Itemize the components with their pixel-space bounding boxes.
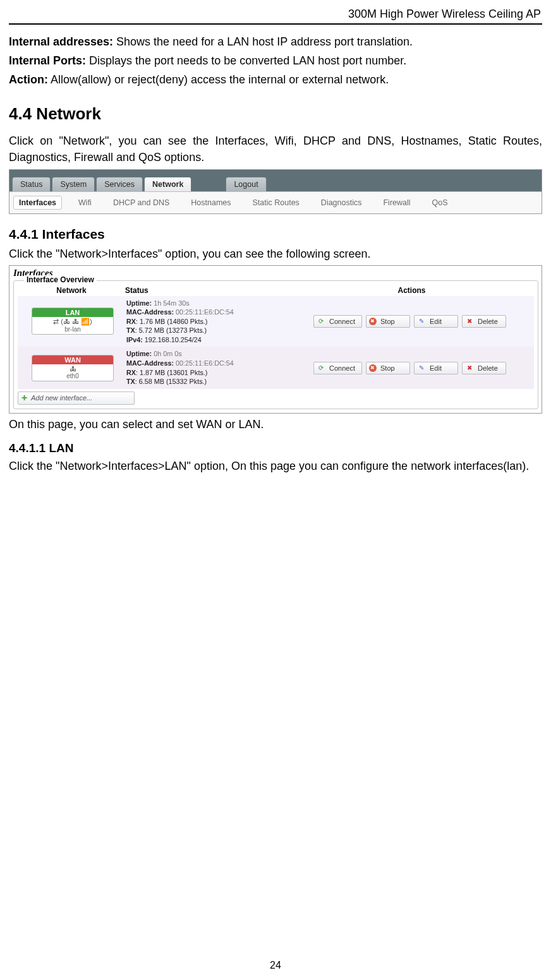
stop-icon: ✖ <box>369 364 377 372</box>
netbox-label: WAN <box>32 356 113 364</box>
def-internal-addresses: Internal addresses: Shows the need for a… <box>9 33 542 50</box>
subtab-interfaces[interactable]: Interfaces <box>13 196 62 210</box>
btn-label: Connect <box>329 318 355 325</box>
col-network: Network <box>18 286 125 295</box>
mac-label: MAC-Address: <box>126 308 174 316</box>
def-internal-ports: Internal Ports: Displays the port needs … <box>9 52 542 69</box>
fieldset-legend: Interface Overview <box>24 275 97 284</box>
netbox-lan: LAN ⇄ (🖧 🖧 📶) br-lan <box>32 308 114 335</box>
iface-net-cell: WAN 🖧 eth0 <box>19 355 126 381</box>
rx-label: RX <box>126 369 136 376</box>
delete-button[interactable]: ✖Delete <box>462 315 506 328</box>
tab-logout[interactable]: Logout <box>226 177 266 192</box>
rx-value: : 1.76 MB (14860 Pkts.) <box>136 318 207 325</box>
interfaces-screenshot: Interfaces Interface Overview Network St… <box>9 265 542 414</box>
subtab-hostnames[interactable]: Hostnames <box>186 196 236 209</box>
def-label: Action: <box>9 73 48 86</box>
sub-nav: Interfaces Wifi DHCP and DNS Hostnames S… <box>9 191 542 213</box>
after-interfaces-text: On this page, you can select and set WAN… <box>9 416 542 433</box>
delete-icon: ✖ <box>465 317 474 326</box>
page-number: 24 <box>0 960 551 971</box>
subtab-wifi[interactable]: Wifi <box>73 196 97 209</box>
btn-label: Stop <box>380 364 395 372</box>
tx-label: TX <box>126 378 135 385</box>
def-action: Action: Allow(allow) or reject(deny) acc… <box>9 71 542 88</box>
add-interface-button[interactable]: ✚ Add new interface... <box>18 391 135 405</box>
btn-label: Stop <box>380 318 395 325</box>
def-label: Internal Ports: <box>9 54 86 67</box>
connect-icon: ⟳ <box>317 364 325 373</box>
netbox-icons: 🖧 <box>32 364 113 373</box>
nav-screenshot: Status System Services Network Logout In… <box>9 169 542 214</box>
delete-button[interactable]: ✖Delete <box>462 362 506 374</box>
tab-services[interactable]: Services <box>96 177 143 192</box>
iface-actions: ⟳Connect ✖Stop ✎Edit ✖Delete <box>291 362 533 374</box>
btn-label: Edit <box>430 364 442 372</box>
subtab-dhcp[interactable]: DHCP and DNS <box>108 196 174 209</box>
tx-value: : 6.58 MB (15332 Pkts.) <box>135 378 207 385</box>
tab-system[interactable]: System <box>52 177 95 192</box>
uptime-label: Uptime: <box>126 350 152 357</box>
subtab-qos[interactable]: QoS <box>427 196 453 209</box>
edit-icon: ✎ <box>417 364 426 373</box>
stop-button[interactable]: ✖Stop <box>366 315 410 328</box>
connect-button[interactable]: ⟳Connect <box>313 362 362 374</box>
mac-label: MAC-Address: <box>126 359 174 367</box>
netbox-ifname: eth0 <box>32 373 113 379</box>
connect-icon: ⟳ <box>317 317 325 326</box>
delete-icon: ✖ <box>465 364 474 373</box>
def-text: Displays the port needs to be converted … <box>86 54 406 67</box>
iface-status-cell: Uptime: 0h 0m 0s MAC-Address: 00:25:11:E… <box>126 349 291 386</box>
interface-overview-fieldset: Interface Overview Network Status Action… <box>13 280 538 409</box>
add-interface-row: ✚ Add new interface... <box>18 391 534 405</box>
ipv4-label: IPv4: <box>126 336 143 344</box>
tx-label: TX <box>126 326 135 334</box>
tab-network[interactable]: Network <box>144 177 191 192</box>
ipv4-value: 192.168.10.254/24 <box>145 336 202 344</box>
netbox-wan: WAN 🖧 eth0 <box>32 355 114 381</box>
netbox-ifname: br-lan <box>32 326 113 333</box>
stop-button[interactable]: ✖Stop <box>366 362 410 374</box>
iface-header-row: Network Status Actions <box>18 284 534 296</box>
col-actions: Actions <box>289 286 534 295</box>
subtab-diagnostics[interactable]: Diagnostics <box>316 196 367 209</box>
edit-button[interactable]: ✎Edit <box>414 362 458 374</box>
add-label: Add new interface... <box>31 394 92 402</box>
top-nav: Status System Services Network Logout <box>9 170 542 191</box>
add-icon: ✚ <box>21 394 27 402</box>
mac-value: 00:25:11:E6:DC:54 <box>176 308 234 316</box>
section-heading: 4.4 Network <box>9 104 542 124</box>
def-label: Internal addresses: <box>9 35 113 48</box>
col-status: Status <box>125 286 289 295</box>
rx-value: : 1.87 MB (13601 Pkts.) <box>136 369 207 376</box>
netbox-label: LAN <box>32 308 113 317</box>
btn-label: Edit <box>430 318 442 325</box>
tx-value: : 5.72 MB (13273 Pkts.) <box>135 326 207 334</box>
tab-status[interactable]: Status <box>12 177 51 192</box>
rx-label: RX <box>126 318 136 325</box>
uptime-value: 1h 54m 30s <box>154 299 189 307</box>
stop-icon: ✖ <box>369 318 377 325</box>
subsubsection-heading: 4.4.1.1 LAN <box>9 441 542 455</box>
connect-button[interactable]: ⟳Connect <box>313 315 362 328</box>
iface-row-lan: LAN ⇄ (🖧 🖧 📶) br-lan Uptime: 1h 54m 30s … <box>18 296 534 347</box>
iface-row-wan: WAN 🖧 eth0 Uptime: 0h 0m 0s MAC-Address:… <box>18 347 534 388</box>
subtab-static-routes[interactable]: Static Routes <box>248 196 305 209</box>
section-intro: Click on "Network", you can see the Inte… <box>9 133 542 165</box>
header-rule <box>9 23 542 25</box>
btn-label: Connect <box>329 364 355 372</box>
iface-status-cell: Uptime: 1h 54m 30s MAC-Address: 00:25:11… <box>126 299 291 345</box>
def-text: Shows the need for a LAN host IP address… <box>113 35 413 48</box>
uptime-value: 0h 0m 0s <box>154 350 181 357</box>
doc-header-product: 300M High Power Wireless Ceiling AP <box>9 6 542 23</box>
btn-label: Delete <box>478 318 498 325</box>
mac-value: 00:25:11:E6:DC:54 <box>176 359 234 367</box>
edit-icon: ✎ <box>417 317 426 326</box>
iface-actions: ⟳Connect ✖Stop ✎Edit ✖Delete <box>291 315 533 328</box>
uptime-label: Uptime: <box>126 299 152 307</box>
iface-net-cell: LAN ⇄ (🖧 🖧 📶) br-lan <box>19 308 126 335</box>
subsection-heading: 4.4.1 Interfaces <box>9 227 542 242</box>
subtab-firewall[interactable]: Firewall <box>378 196 415 209</box>
def-text: Allow(allow) or reject(deny) access the … <box>48 73 389 86</box>
edit-button[interactable]: ✎Edit <box>414 315 458 328</box>
